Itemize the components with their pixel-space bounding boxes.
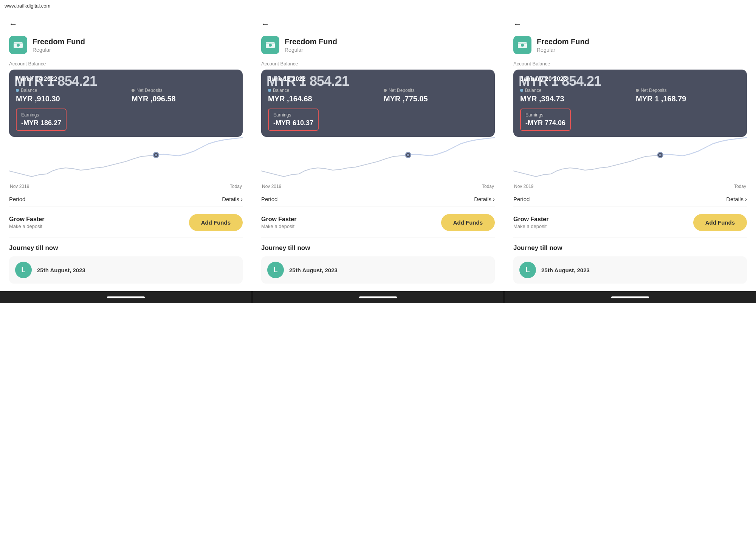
svg-point-14	[659, 154, 662, 156]
period-row: Period Details ›	[9, 191, 243, 206]
balance-col: Balance MYR ,910.30	[16, 88, 120, 103]
grow-section: Grow Faster Make a deposit Add Funds	[513, 206, 747, 237]
fund-type: Regular	[285, 47, 337, 53]
period-row: Period Details ›	[513, 191, 747, 206]
details-link[interactable]: Details ›	[726, 196, 747, 202]
chart-card: MYR 1 854.21 January 20 2023 Balance MYR…	[513, 70, 747, 137]
net-deposits-col: Net Deposits MYR 1 ,168.79	[636, 88, 740, 103]
net-deposits-col: Net Deposits MYR ,775.05	[384, 88, 488, 103]
journey-date: 25th August, 2023	[37, 267, 85, 273]
account-balance-label: Account Balance	[261, 61, 495, 67]
balance-label: Balance	[520, 88, 624, 93]
panel-2: ← Freedom Fund Regular Account Balance	[252, 12, 504, 303]
journey-title: Journey till now	[9, 244, 243, 252]
journey-section: Journey till now L 25th August, 2023	[261, 237, 495, 284]
earnings-label: Earnings	[525, 112, 565, 118]
svg-rect-12	[518, 43, 527, 44]
fund-type: Regular	[537, 47, 589, 53]
grow-section: Grow Faster Make a deposit Add Funds	[9, 206, 243, 237]
net-deposits-value: MYR ,096.58	[132, 95, 236, 103]
chart-date-start: Nov 2019	[262, 184, 281, 189]
fund-header: Freedom Fund Regular	[513, 36, 747, 54]
balance-value: MYR ,910.30	[16, 95, 120, 103]
chart-dates: Nov 2019 Today	[261, 182, 495, 191]
earnings-value: -MYR 610.37	[273, 119, 313, 127]
balance-row: Balance MYR ,394.73 Net Deposits MYR 1 ,…	[520, 88, 740, 103]
fund-icon	[513, 36, 531, 54]
svg-point-9	[407, 154, 409, 156]
chart-date: March 14 2022	[16, 76, 236, 82]
earnings-label: Earnings	[21, 112, 61, 118]
period-label: Period	[261, 196, 277, 202]
period-label: Period	[513, 196, 530, 202]
svg-rect-2	[14, 43, 23, 44]
chart-dates: Nov 2019 Today	[513, 182, 747, 191]
chart-date-end: Today	[734, 184, 746, 189]
fund-icon	[261, 36, 279, 54]
journey-date: 25th August, 2023	[289, 267, 338, 273]
grow-title: Grow Faster	[9, 216, 44, 223]
chart-card: MYR 1 854.21 March 14 2022 Balance MYR ,…	[9, 70, 243, 137]
grow-sub: Make a deposit	[513, 223, 548, 229]
back-button[interactable]: ←	[261, 19, 270, 29]
chart-area	[513, 137, 747, 182]
bottom-indicator	[359, 296, 397, 298]
add-funds-button[interactable]: Add Funds	[441, 214, 495, 231]
earnings-value: -MYR 186.27	[21, 119, 61, 127]
net-deposits-dot	[384, 89, 387, 92]
details-link[interactable]: Details ›	[474, 196, 495, 202]
earnings-box: Earnings -MYR 186.27	[16, 109, 67, 131]
svg-point-4	[155, 154, 157, 156]
chevron-right-icon: ›	[241, 196, 243, 202]
period-row: Period Details ›	[261, 191, 495, 206]
grow-title: Grow Faster	[513, 216, 548, 223]
earnings-box: Earnings -MYR 610.37	[268, 109, 319, 131]
journey-section: Journey till now L 25th August, 2023	[513, 237, 747, 284]
journey-title: Journey till now	[513, 244, 747, 252]
balance-dot	[520, 89, 523, 92]
journey-card: L 25th August, 2023	[9, 256, 243, 284]
grow-title: Grow Faster	[261, 216, 296, 223]
chart-date-start: Nov 2019	[10, 184, 29, 189]
journey-avatar: L	[519, 262, 536, 278]
chart-date-end: Today	[230, 184, 242, 189]
journey-section: Journey till now L 25th August, 2023	[9, 237, 243, 284]
bottom-bar	[0, 291, 252, 303]
earnings-value: -MYR 774.06	[525, 119, 565, 127]
journey-title: Journey till now	[261, 244, 495, 252]
net-deposits-dot	[636, 89, 639, 92]
bottom-bar	[504, 291, 756, 303]
chart-card: MYR 1 854.21 June 18 2022 Balance MYR ,1…	[261, 70, 495, 137]
net-deposits-value: MYR ,775.05	[384, 95, 488, 103]
net-deposits-value: MYR 1 ,168.79	[636, 95, 740, 103]
grow-sub: Make a deposit	[9, 223, 44, 229]
chart-date-start: Nov 2019	[514, 184, 533, 189]
balance-label: Balance	[16, 88, 120, 93]
balance-value: MYR ,164.68	[268, 95, 372, 103]
grow-section: Grow Faster Make a deposit Add Funds	[261, 206, 495, 237]
back-button[interactable]: ←	[9, 19, 17, 29]
account-balance-label: Account Balance	[513, 61, 747, 67]
bottom-bar	[252, 291, 504, 303]
details-link[interactable]: Details ›	[222, 196, 243, 202]
earnings-label: Earnings	[273, 112, 313, 118]
balance-col: Balance MYR ,394.73	[520, 88, 624, 103]
add-funds-button[interactable]: Add Funds	[693, 214, 747, 231]
back-button[interactable]: ←	[513, 19, 522, 29]
journey-date: 25th August, 2023	[541, 267, 590, 273]
grow-sub: Make a deposit	[261, 223, 296, 229]
fund-header: Freedom Fund Regular	[261, 36, 495, 54]
net-deposits-col: Net Deposits MYR ,096.58	[132, 88, 236, 103]
account-balance-label: Account Balance	[9, 61, 243, 67]
panels-container: ← Freedom Fund Regular Account Balance	[0, 12, 756, 303]
bottom-indicator	[107, 296, 145, 298]
journey-card: L 25th August, 2023	[513, 256, 747, 284]
earnings-box: Earnings -MYR 774.06	[520, 109, 571, 131]
svg-rect-7	[266, 43, 275, 44]
add-funds-button[interactable]: Add Funds	[189, 214, 243, 231]
chart-date: January 20 2023	[520, 76, 740, 82]
chart-area	[261, 137, 495, 182]
period-label: Period	[9, 196, 25, 202]
chevron-right-icon: ›	[745, 196, 747, 202]
net-deposits-dot	[132, 89, 135, 92]
